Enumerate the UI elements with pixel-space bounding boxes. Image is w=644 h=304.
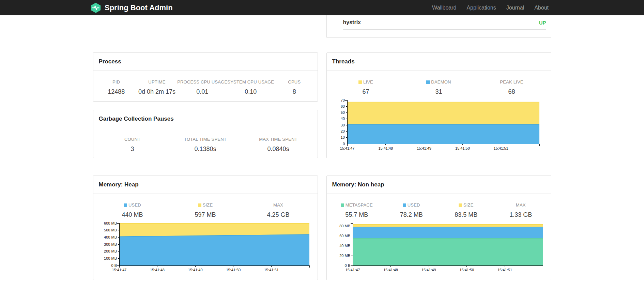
gc-panel-title: Garbage Collection Pauses xyxy=(93,110,318,128)
svg-text:60: 60 xyxy=(340,104,344,108)
memory-heap-chart: 0 B100 MB200 MB300 MB400 MB500 MB600 MB1… xyxy=(98,221,313,274)
threads-legend: LIVE 67 DAEMON 31 PEAK LIVE 68 xyxy=(327,71,551,95)
legend-heap-used: USED 440 MB xyxy=(96,202,169,218)
svg-text:200 MB: 200 MB xyxy=(104,249,117,253)
svg-text:15:41:51: 15:41:51 xyxy=(493,146,508,150)
nav-item-about[interactable]: About xyxy=(529,5,554,11)
right-column: hystrix UP Threads LIVE 67 DAEMON 31 PEA… xyxy=(326,15,551,280)
application-name: hystrix xyxy=(343,19,361,26)
process-stats: PID 12488 UPTIME 0d 0h 2m 17s PROCESS CP… xyxy=(93,71,318,95)
stat-pid: PID 12488 xyxy=(96,79,137,95)
svg-text:15:41:48: 15:41:48 xyxy=(378,146,393,150)
application-row[interactable]: hystrix UP xyxy=(343,15,546,30)
svg-text:40: 40 xyxy=(340,117,344,121)
garbage-collection-panel: Garbage Collection Pauses COUNT 3 TOTAL … xyxy=(93,110,318,158)
threads-panel-title: Threads xyxy=(327,53,551,71)
memory-nonheap-legend: METASPACE 55.7 MB USED 78.2 MB SIZE 83.5… xyxy=(327,194,551,218)
left-column: Process PID 12488 UPTIME 0d 0h 2m 17s PR… xyxy=(93,15,318,280)
svg-text:20: 20 xyxy=(340,129,344,133)
memory-nonheap-panel: Memory: Non heap METASPACE 55.7 MB USED … xyxy=(326,176,551,280)
threads-chart: 01020304050607015:41:4715:41:4815:41:491… xyxy=(335,97,543,152)
svg-text:0 B: 0 B xyxy=(344,263,350,268)
application-status-panel: hystrix UP xyxy=(326,15,551,38)
stat-gc-max-time: MAX TIME SPENT 0.0840s xyxy=(242,137,315,153)
svg-text:20 MB: 20 MB xyxy=(339,254,350,258)
stat-gc-total-time: TOTAL TIME SPENT 0.1380s xyxy=(169,137,242,153)
legend-swatch-nonheap-size-icon xyxy=(459,203,462,207)
legend-nonheap-metaspace: METASPACE 55.7 MB xyxy=(329,202,384,218)
brand-title: Spring Boot Admin xyxy=(105,3,173,12)
svg-text:300 MB: 300 MB xyxy=(104,242,117,246)
svg-text:15:41:47: 15:41:47 xyxy=(340,146,354,150)
legend-threads-peak-live: PEAK LIVE 68 xyxy=(475,79,548,95)
process-panel: Process PID 12488 UPTIME 0d 0h 2m 17s PR… xyxy=(93,52,318,102)
svg-text:100 MB: 100 MB xyxy=(104,256,117,260)
navbar-inner: Spring Boot Admin Wallboard Applications… xyxy=(90,0,554,15)
memory-heap-legend: USED 440 MB SIZE 597 MB MAX 4.25 GB xyxy=(93,194,318,218)
stat-process-cpu-usage: PROCESS CPU USAGE 0.01 xyxy=(177,79,227,95)
nav-item-applications[interactable]: Applications xyxy=(461,5,501,11)
stat-gc-count: COUNT 3 xyxy=(96,137,169,153)
spring-boot-admin-logo-icon xyxy=(90,2,101,13)
svg-text:15:41:47: 15:41:47 xyxy=(112,268,126,272)
legend-swatch-nonheap-used-icon xyxy=(403,203,406,207)
legend-swatch-size-icon xyxy=(198,203,201,207)
svg-text:10: 10 xyxy=(340,135,344,139)
memory-nonheap-panel-title: Memory: Non heap xyxy=(327,176,551,194)
legend-swatch-daemon-icon xyxy=(426,80,430,84)
application-status-badge: UP xyxy=(539,20,546,26)
svg-text:15:41:48: 15:41:48 xyxy=(150,268,165,272)
legend-heap-size: SIZE 597 MB xyxy=(169,202,242,218)
svg-text:15:41:47: 15:41:47 xyxy=(345,268,360,272)
nav-links: Wallboard Applications Journal About xyxy=(427,5,554,11)
legend-swatch-live-icon xyxy=(358,80,362,84)
nav-item-wallboard[interactable]: Wallboard xyxy=(427,5,461,11)
legend-swatch-metaspace-icon xyxy=(341,203,344,207)
memory-heap-panel: Memory: Heap USED 440 MB SIZE 597 MB MAX… xyxy=(93,176,318,280)
threads-panel: Threads LIVE 67 DAEMON 31 PEAK LIVE 68 0… xyxy=(326,52,551,158)
legend-swatch-used-icon xyxy=(124,203,127,207)
legend-nonheap-size: SIZE 83.5 MB xyxy=(439,202,494,218)
svg-text:60 MB: 60 MB xyxy=(339,234,350,238)
memory-nonheap-chart: 0 B20 MB40 MB60 MB80 MB15:41:4715:41:481… xyxy=(332,221,546,274)
top-navbar: Spring Boot Admin Wallboard Applications… xyxy=(0,0,644,15)
svg-text:600 MB: 600 MB xyxy=(104,221,117,225)
legend-nonheap-used: USED 78.2 MB xyxy=(384,202,439,218)
svg-text:15:41:51: 15:41:51 xyxy=(497,268,512,272)
legend-nonheap-max: MAX 1.33 GB xyxy=(493,202,548,218)
svg-text:15:41:49: 15:41:49 xyxy=(188,268,202,272)
legend-threads-daemon: DAEMON 31 xyxy=(402,79,475,95)
svg-text:30: 30 xyxy=(340,123,344,127)
nav-item-journal[interactable]: Journal xyxy=(501,5,529,11)
brand-link[interactable]: Spring Boot Admin xyxy=(90,2,173,13)
memory-heap-panel-title: Memory: Heap xyxy=(93,176,318,194)
svg-text:500 MB: 500 MB xyxy=(104,228,117,232)
svg-text:15:41:50: 15:41:50 xyxy=(459,268,474,272)
stat-cpus: CPUS 8 xyxy=(274,79,315,95)
legend-heap-max: MAX 4.25 GB xyxy=(242,202,315,218)
svg-text:40 MB: 40 MB xyxy=(339,244,350,248)
svg-text:0: 0 xyxy=(342,142,344,146)
svg-text:15:41:51: 15:41:51 xyxy=(264,268,278,272)
stat-system-cpu-usage: SYSTEM CPU USAGE 0.10 xyxy=(227,79,274,95)
gc-stats: COUNT 3 TOTAL TIME SPENT 0.1380s MAX TIM… xyxy=(93,128,318,153)
svg-text:400 MB: 400 MB xyxy=(104,235,117,239)
svg-text:0 B: 0 B xyxy=(111,263,117,268)
main-content: Process PID 12488 UPTIME 0d 0h 2m 17s PR… xyxy=(93,15,551,280)
svg-text:50: 50 xyxy=(340,110,344,115)
svg-text:15:41:50: 15:41:50 xyxy=(455,146,470,150)
svg-text:15:41:49: 15:41:49 xyxy=(421,268,436,272)
svg-text:15:41:48: 15:41:48 xyxy=(383,268,398,272)
svg-text:15:41:50: 15:41:50 xyxy=(226,268,241,272)
svg-text:15:41:49: 15:41:49 xyxy=(417,146,431,150)
process-panel-title: Process xyxy=(93,53,318,71)
legend-threads-live: LIVE 67 xyxy=(329,79,402,95)
svg-text:80 MB: 80 MB xyxy=(339,224,350,228)
svg-text:70: 70 xyxy=(340,98,344,102)
stat-uptime: UPTIME 0d 0h 2m 17s xyxy=(137,79,177,95)
